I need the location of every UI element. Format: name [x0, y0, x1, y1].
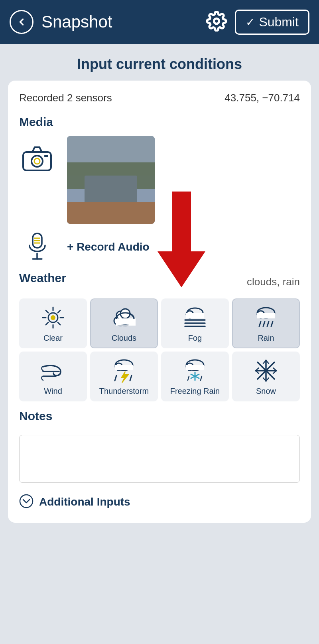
svg-point-2 — [32, 156, 43, 167]
coordinates-text: 43.755, −70.714 — [224, 92, 300, 104]
svg-line-18 — [58, 322, 60, 325]
weather-item-freezing-rain[interactable]: Freezing Rain — [161, 352, 229, 401]
record-audio-button[interactable]: + Record Audio — [67, 241, 150, 253]
media-content — [19, 136, 300, 224]
weather-item-wind[interactable]: Wind — [19, 352, 87, 401]
svg-point-3 — [34, 158, 40, 164]
svg-line-20 — [46, 322, 48, 325]
svg-rect-4 — [44, 155, 48, 157]
svg-line-38 — [259, 322, 261, 326]
rain-icon — [252, 306, 280, 330]
svg-rect-52 — [186, 365, 204, 370]
additional-inputs-row[interactable]: Additional Inputs — [19, 494, 300, 510]
weather-section: Weather clouds, rain Clear — [19, 271, 300, 401]
rain-label: Rain — [258, 334, 274, 343]
weather-item-clear[interactable]: Clear — [19, 298, 87, 348]
svg-point-12 — [51, 315, 55, 320]
clouds-label: Clouds — [112, 334, 136, 343]
clouds-icon — [110, 306, 138, 330]
page-title: Input current conditions — [8, 56, 311, 73]
additional-inputs-label: Additional Inputs — [39, 496, 130, 508]
svg-rect-31 — [186, 313, 204, 318]
clear-icon — [39, 306, 67, 330]
weather-label: Weather — [19, 271, 66, 285]
weather-item-clouds[interactable]: Clouds — [90, 298, 158, 348]
back-button[interactable] — [10, 10, 33, 34]
weather-header: Weather clouds, rain — [19, 271, 300, 292]
notes-section: Notes — [19, 409, 300, 484]
weather-item-thunderstorm[interactable]: Thunderstorm — [90, 352, 158, 401]
photo-thumbnail[interactable] — [67, 136, 155, 224]
svg-line-19 — [58, 310, 60, 313]
svg-line-39 — [263, 322, 265, 326]
svg-point-70 — [20, 495, 33, 508]
settings-button[interactable] — [206, 11, 227, 33]
check-icon: ✓ — [246, 16, 255, 29]
fog-icon — [181, 306, 209, 330]
freezing-rain-icon — [181, 359, 209, 383]
snow-icon — [252, 359, 280, 383]
svg-rect-37 — [257, 313, 275, 318]
microphone-icon — [26, 232, 48, 262]
chevron-down-icon — [19, 494, 33, 510]
header-title: Snapshot — [41, 12, 198, 32]
thunderstorm-label: Thunderstorm — [99, 387, 149, 396]
svg-point-0 — [214, 19, 219, 24]
media-section: Media — [19, 115, 300, 262]
svg-marker-47 — [121, 371, 128, 383]
camera-icon-wrap[interactable] — [19, 136, 55, 172]
svg-line-48 — [115, 375, 116, 381]
app-header: Snapshot ✓ Submit — [0, 0, 319, 44]
mic-icon-wrap — [19, 232, 55, 262]
audio-row: + Record Audio — [19, 232, 300, 262]
svg-line-57 — [201, 376, 202, 380]
snow-label: Snow — [256, 387, 276, 396]
svg-rect-27 — [116, 319, 135, 324]
svg-line-17 — [46, 310, 48, 313]
sensors-text: Recorded 2 sensors — [19, 92, 112, 104]
weather-item-snow[interactable]: Snow — [232, 352, 300, 401]
weather-grid: Clear Clouds — [19, 298, 300, 401]
fog-label: Fog — [188, 334, 202, 343]
camera-icon — [21, 144, 53, 172]
wind-label: Wind — [44, 387, 62, 396]
clear-label: Clear — [43, 334, 63, 343]
svg-line-40 — [267, 322, 269, 326]
page-title-wrap: Input current conditions — [0, 44, 319, 81]
svg-line-56 — [188, 376, 189, 380]
svg-line-41 — [271, 322, 273, 326]
svg-rect-1 — [23, 152, 51, 170]
svg-rect-46 — [115, 365, 133, 370]
notes-label: Notes — [19, 409, 300, 423]
weather-item-rain[interactable]: Rain — [232, 298, 300, 348]
submit-button[interactable]: ✓ Submit — [235, 10, 309, 35]
main-card: Recorded 2 sensors 43.755, −70.714 Media — [8, 81, 311, 523]
media-label: Media — [19, 115, 300, 129]
top-row: Recorded 2 sensors 43.755, −70.714 — [19, 92, 300, 104]
freezing-rain-label: Freezing Rain — [170, 387, 220, 396]
wind-icon — [39, 359, 67, 383]
weather-item-fog[interactable]: Fog — [161, 298, 229, 348]
svg-line-49 — [130, 375, 132, 381]
thunderstorm-icon — [110, 359, 138, 383]
weather-status: clouds, rain — [247, 276, 300, 288]
notes-textarea[interactable] — [19, 435, 300, 483]
